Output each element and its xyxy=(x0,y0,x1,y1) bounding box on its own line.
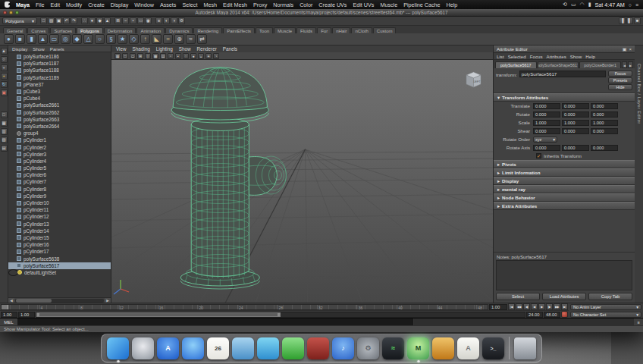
outliner-item[interactable]: pCylinder1 xyxy=(8,136,111,143)
sidebar-tool-settings-toggle-icon[interactable]: ▌ xyxy=(626,17,633,24)
collapsed-section-header[interactable]: ▸ Extra Attributes xyxy=(494,202,635,210)
script-editor-button[interactable]: ≡ xyxy=(634,318,643,325)
messages-dock-icon[interactable] xyxy=(257,337,279,359)
render-settings-icon[interactable]: ⚙ xyxy=(178,17,185,24)
outliner-item[interactable]: pCube3 xyxy=(8,88,111,95)
poly-plane-icon[interactable]: ▭ xyxy=(49,34,59,44)
snap-curve-icon[interactable]: ~ xyxy=(122,17,129,24)
outliner-item[interactable]: polySurface2663 xyxy=(8,116,111,123)
viewport-menu-item[interactable]: Lighting xyxy=(156,46,173,52)
resolution-gate-icon[interactable]: ▩ xyxy=(152,53,158,59)
play-backwards-button[interactable]: ◀ xyxy=(531,303,538,310)
outliner-item[interactable]: group4 xyxy=(8,130,111,136)
hypershade-layout-icon[interactable]: ▧ xyxy=(1,136,8,143)
step-back-frame-button[interactable]: ◀◀ xyxy=(516,303,522,310)
outliner-item[interactable]: polySurface2661 xyxy=(8,102,111,108)
poly-pyramid-icon[interactable]: △ xyxy=(83,34,93,44)
snap-point-icon[interactable]: • xyxy=(130,17,136,24)
attribute-editor-menu-item[interactable]: List xyxy=(497,54,504,59)
view-cube[interactable]: LEFT xyxy=(463,69,484,89)
rotate-y-field[interactable]: 0.000 xyxy=(562,111,589,118)
menubar-item[interactable]: Assets xyxy=(157,2,180,8)
outliner-item[interactable]: pCylinder10 xyxy=(8,199,111,206)
dock-panel-icon[interactable]: ▣ xyxy=(623,46,627,52)
menu-set-selector[interactable]: Polygons ▾ xyxy=(2,17,37,24)
go-to-end-button[interactable]: ▶| xyxy=(561,303,568,310)
minimize-window-button[interactable] xyxy=(9,11,13,14)
scale-y-field[interactable]: 1.000 xyxy=(562,120,589,126)
collapsed-section-header[interactable]: ▸ Limit Information xyxy=(494,168,635,177)
rotate-axis-y-field[interactable]: 0.000 xyxy=(562,145,589,151)
outliner-item[interactable]: pCylinder14 xyxy=(8,228,111,234)
translate-y-field[interactable]: 0.000 xyxy=(562,103,589,109)
scale-x-field[interactable]: 1.000 xyxy=(533,120,560,126)
poly-soccer-icon[interactable]: ★ xyxy=(118,34,127,44)
outliner-item[interactable]: pCylinder7 xyxy=(8,178,111,185)
safe-action-icon[interactable]: ▫ xyxy=(168,53,174,59)
outliner-item[interactable]: pCylinder6 xyxy=(8,171,111,178)
outliner-item[interactable]: pCylinder3 xyxy=(8,151,111,158)
playback-range-handle[interactable] xyxy=(36,312,281,317)
poly-cone-icon[interactable]: ▲ xyxy=(38,34,48,44)
status-line-icon[interactable] xyxy=(152,17,155,24)
scale-tool-icon[interactable]: ▣ xyxy=(1,89,8,96)
rotate-axis-z-field[interactable]: 0.000 xyxy=(591,145,618,151)
attribute-editor-footer-button[interactable]: Load Attributes xyxy=(542,293,586,300)
outliner-item[interactable]: pCylinder15 xyxy=(8,234,111,241)
outliner-item[interactable]: pCylinder8 xyxy=(8,186,111,193)
zoom-window-button[interactable] xyxy=(15,11,19,14)
attribute-editor-menu-item[interactable]: Show xyxy=(570,54,582,59)
outliner-item[interactable]: pPlane37 xyxy=(8,81,111,88)
outliner-item[interactable]: pCylinder9 xyxy=(8,193,111,199)
attribute-editor-menu-item[interactable]: Selected xyxy=(508,54,526,59)
menubar-item[interactable]: Create UVs xyxy=(315,2,350,8)
poly-prism-icon[interactable]: ◆ xyxy=(72,34,82,44)
shelf-tab[interactable]: Animation xyxy=(136,27,165,33)
snap-grid-icon[interactable]: ⊞ xyxy=(114,17,121,24)
sidebar-attribute-editor-toggle-icon[interactable]: ▐ xyxy=(619,17,626,24)
outliner-item[interactable]: defaultLightSet xyxy=(8,269,18,276)
smooth-shade-icon[interactable]: ● xyxy=(190,53,196,59)
menubar-item[interactable]: Pipeline Cache xyxy=(400,2,443,8)
terminal-dock-icon[interactable]: >_ xyxy=(482,337,504,359)
outliner-item[interactable]: polySurface1186 xyxy=(8,53,111,60)
app-store-dock-icon[interactable]: A xyxy=(157,337,179,359)
scrollbar-thumb[interactable] xyxy=(16,299,52,303)
viewport-menu-item[interactable]: Shading xyxy=(133,46,150,52)
apple-menu-icon[interactable] xyxy=(5,2,10,8)
bridge-icon[interactable]: = xyxy=(163,34,173,44)
attribute-editor-side-button[interactable]: Focus xyxy=(608,71,632,77)
auto-keyframe-button[interactable] xyxy=(561,311,568,318)
menubar-item[interactable]: Select xyxy=(179,2,200,8)
menubar-item[interactable]: Normals xyxy=(270,2,296,8)
menubar-item[interactable]: Edit Mesh xyxy=(220,2,250,8)
command-input[interactable] xyxy=(18,318,414,325)
use-all-lights-icon[interactable]: ☀ xyxy=(205,53,212,59)
window-titlebar[interactable]: Autodesk Maya 2014 x64: /Users/Home/Docu… xyxy=(0,9,643,17)
menubar-item[interactable]: Edit UVs xyxy=(350,2,377,8)
play-forwards-button[interactable]: ▶ xyxy=(538,303,545,310)
viewport-menu-item[interactable]: View xyxy=(116,46,127,52)
shear-x-field[interactable]: 0.000 xyxy=(533,128,560,134)
node-tab[interactable]: polySurfaceShape5617 xyxy=(538,61,579,68)
rotate-order-dropdown[interactable]: xyz ▾ xyxy=(533,136,557,143)
range-slider-track[interactable] xyxy=(36,312,525,318)
node-tab[interactable]: polySurface5617 xyxy=(495,61,537,68)
shear-y-field[interactable]: 0.000 xyxy=(562,128,589,134)
shelf-tab[interactable]: Dynamics xyxy=(165,27,193,33)
poly-sphere-icon[interactable]: ● xyxy=(4,34,14,44)
wifi-icon[interactable]: ◠ xyxy=(580,2,585,8)
range-start-handle[interactable] xyxy=(37,313,39,316)
redo-icon[interactable]: ↷ xyxy=(71,17,77,24)
character-set-dropdown[interactable]: No Character Set ▾ xyxy=(570,312,641,318)
gate-mask-icon[interactable]: ▤ xyxy=(160,53,166,59)
finder-dock-icon[interactable] xyxy=(107,337,129,359)
bevel-icon[interactable]: ◣ xyxy=(152,34,162,44)
menubar-item[interactable]: File xyxy=(33,2,48,8)
inherits-transform-checkbox[interactable]: ✓ xyxy=(536,153,541,158)
select-tool-icon[interactable]: ▲ xyxy=(1,48,8,55)
go-to-start-button[interactable]: |◀ xyxy=(508,303,515,310)
outliner-item[interactable]: polySurface2664 xyxy=(8,123,111,130)
menubar-item[interactable]: Create xyxy=(85,2,108,8)
safari-dock-icon[interactable] xyxy=(182,337,204,359)
